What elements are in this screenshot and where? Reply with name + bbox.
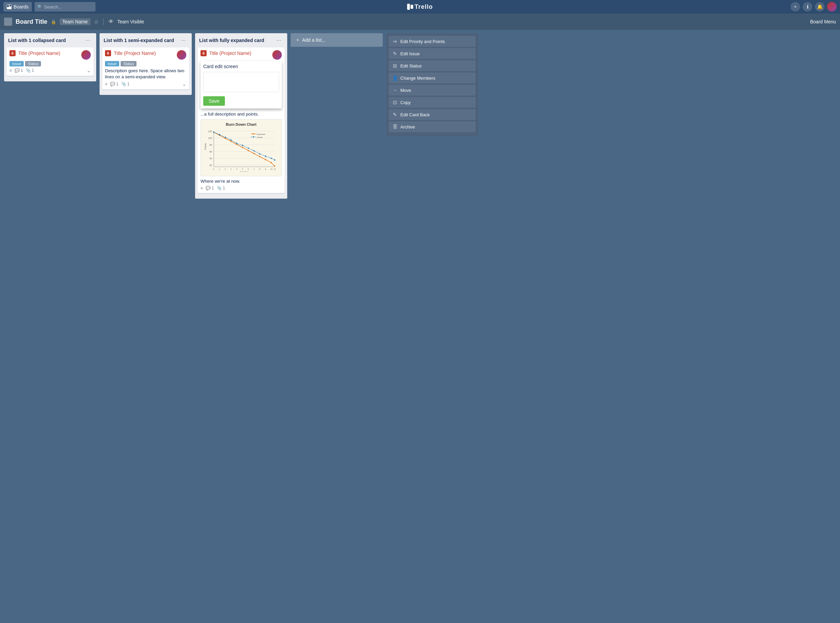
card-2-status-label: Status (121, 61, 136, 66)
add-button[interactable]: ＋ (791, 2, 800, 12)
svg-point-35 (242, 147, 243, 148)
svg-text:0: 0 (213, 168, 214, 170)
card-3-footer: ≡ 💬 1 📎 1 (200, 186, 282, 190)
nav-right: ＋ ℹ 🔔 (791, 2, 837, 12)
svg-text:7: 7 (253, 168, 255, 170)
list-3-title: List with fully expanded card (199, 38, 264, 43)
svg-text:100: 100 (208, 137, 212, 139)
copy-icon: ⊡ (392, 100, 398, 105)
svg-point-58 (252, 136, 254, 138)
list-2: List with 1 semi-expanded card ··· 6 Tit… (99, 33, 192, 95)
svg-text:Expected: Expected (257, 133, 265, 135)
card-3[interactable]: 6 Title (Project Name) Card edit screen … (198, 48, 285, 193)
notifications-button[interactable]: 🔔 (815, 2, 825, 12)
svg-point-55 (252, 133, 254, 135)
members-label: Change Members (400, 75, 435, 81)
card-3-title: Title (Project Name) (209, 51, 251, 56)
card-1[interactable]: 6 Title (Project Name) Issue Status ≡ 💬 … (7, 48, 93, 76)
svg-point-53 (274, 159, 275, 161)
add-list-label: Add a list... (302, 37, 326, 43)
svg-point-51 (265, 156, 266, 157)
board-visibility[interactable]: Team Visible (117, 19, 144, 25)
status-icon: ⊟ (392, 63, 398, 69)
card-1-priority: 6 Title (Project Name) (9, 50, 62, 56)
card-2-issue-label: Issue (105, 61, 119, 66)
side-menu-copy[interactable]: ⊡ Copy (389, 97, 476, 108)
svg-point-44 (225, 137, 226, 138)
card-1-expand-button[interactable]: ⌄ (87, 68, 91, 73)
side-menu: ⇒ Edit Priority and Points ✎ Edit Issue … (386, 33, 478, 136)
svg-text:12: 12 (274, 168, 276, 170)
card-3-avatar (272, 50, 282, 60)
svg-point-37 (253, 153, 255, 154)
svg-text:3: 3 (230, 168, 232, 170)
star-icon[interactable]: ☆ (94, 18, 99, 25)
board-separator (103, 18, 104, 25)
card-1-desc-icon: ≡ (9, 68, 12, 73)
card-2-labels: Issue Status (105, 61, 186, 66)
svg-point-39 (265, 159, 266, 160)
svg-point-49 (253, 150, 255, 152)
priority-num-2: 6 (105, 50, 111, 56)
card-2-attachments: 📎 1 (121, 82, 130, 86)
burn-down-chart: Burn Down Chart 120 100 80 (200, 119, 282, 176)
side-menu-editback[interactable]: ✎ Edit Card Back (389, 109, 476, 120)
priority-icon: ⇒ (392, 38, 398, 44)
save-button[interactable]: Save (203, 96, 225, 106)
board-team-name[interactable]: Team Name (60, 18, 90, 25)
priority-num-1: 6 (9, 50, 15, 56)
side-menu-move[interactable]: → Move (389, 85, 476, 95)
svg-point-42 (213, 132, 214, 133)
card-2-expand-button[interactable]: ⌄ (182, 81, 186, 87)
user-avatar[interactable] (827, 2, 837, 12)
card-1-comments: 💬 1 (15, 68, 23, 73)
boards-icon (7, 5, 12, 9)
side-menu-status[interactable]: ⊟ Edit Status (389, 60, 476, 71)
boards-button[interactable]: Boards (3, 2, 32, 12)
svg-text:Iteration: Iteration (240, 171, 248, 172)
board-icon (4, 18, 12, 26)
search-icon: 🔍 (37, 5, 43, 9)
svg-text:80: 80 (209, 144, 212, 146)
priority-label: Edit Priority and Points (400, 39, 445, 44)
card-2-avatar (177, 50, 186, 60)
boards-label: Boards (14, 4, 28, 9)
card-edit-input[interactable] (203, 72, 279, 92)
svg-text:6: 6 (248, 168, 249, 170)
card-3-description: ...a full description and points. (200, 111, 282, 117)
list-2-menu-button[interactable]: ··· (179, 37, 188, 44)
svg-text:Points: Points (204, 143, 207, 150)
svg-text:1: 1 (219, 168, 220, 170)
side-menu-members[interactable]: 👤 Change Members (389, 72, 476, 83)
card-1-avatar (81, 50, 91, 60)
card-2-desc-icon: ≡ (105, 82, 107, 86)
svg-point-48 (248, 147, 249, 149)
svg-point-50 (259, 153, 260, 155)
card-1-title: Title (Project Name) (18, 51, 60, 56)
add-list-button[interactable]: ＋ Add a list... (291, 33, 383, 47)
side-menu-archive[interactable]: 🗄 Archive (389, 121, 476, 132)
card-3-attachments: 📎 1 (217, 186, 225, 190)
list-1-header: List with 1 collapsed card ··· (7, 36, 93, 45)
svg-point-47 (242, 145, 243, 146)
list-1-menu-button[interactable]: ··· (84, 37, 92, 44)
card-2[interactable]: 6 Title (Project Name) Issue Status Desc… (102, 48, 189, 89)
side-menu-issue[interactable]: ✎ Edit Issue (389, 48, 476, 59)
board-menu-button[interactable]: Board Menu (810, 19, 836, 25)
svg-text:120: 120 (208, 130, 212, 132)
svg-point-33 (230, 141, 232, 142)
card-1-labels: Issue Status (9, 61, 91, 66)
info-button[interactable]: ℹ (803, 2, 812, 12)
svg-text:60: 60 (209, 150, 212, 153)
search-input[interactable] (35, 2, 95, 12)
logo-box-right (410, 5, 413, 9)
logo-boxes (407, 4, 413, 10)
list-3-menu-button[interactable]: ··· (275, 37, 283, 44)
list-3: List with fully expanded card ··· 6 Titl… (195, 33, 287, 199)
svg-text:5: 5 (242, 168, 243, 170)
list-1-title: List with 1 collapsed card (8, 38, 66, 43)
card-edit-overlay: Card edit screen Save (200, 61, 282, 109)
svg-point-43 (219, 134, 220, 135)
side-menu-priority[interactable]: ⇒ Edit Priority and Points (389, 36, 476, 47)
card-3-priority: 6 Title (Project Name) (200, 50, 252, 56)
